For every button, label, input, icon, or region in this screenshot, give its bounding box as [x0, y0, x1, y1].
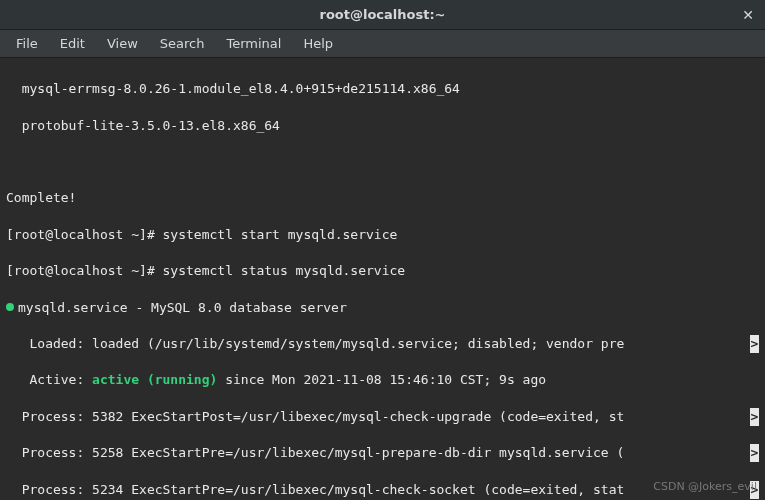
window-title: root@localhost:~ [319, 7, 445, 22]
menu-search[interactable]: Search [150, 32, 215, 55]
term-line: Process: 5258 ExecStartPre=/usr/libexec/… [6, 444, 759, 462]
term-text: Loaded: loaded (/usr/lib/systemd/system/… [6, 336, 624, 351]
continuation-icon: > [750, 335, 759, 353]
term-text: Process: 5258 ExecStartPre=/usr/libexec/… [6, 445, 624, 460]
term-text: Process: 5382 ExecStartPost=/usr/libexec… [6, 409, 624, 424]
menu-terminal[interactable]: Terminal [216, 32, 291, 55]
continuation-icon: > [750, 408, 759, 426]
watermark: CSDN @Jokers_evil [653, 478, 757, 496]
continuation-icon: > [750, 444, 759, 462]
terminal-output[interactable]: mysql-errmsg-8.0.26-1.module_el8.4.0+915… [0, 58, 765, 500]
term-text: since Mon 2021-11-08 15:46:10 CST; 9s ag… [217, 372, 546, 387]
menu-edit[interactable]: Edit [50, 32, 95, 55]
menu-file[interactable]: File [6, 32, 48, 55]
menu-help[interactable]: Help [293, 32, 343, 55]
status-active: active (running) [92, 372, 217, 387]
term-line: [root@localhost ~]# systemctl status mys… [6, 262, 759, 280]
term-line: protobuf-lite-3.5.0-13.el8.x86_64 [6, 117, 759, 135]
close-icon[interactable]: ✕ [739, 6, 757, 24]
term-line: mysql-errmsg-8.0.26-1.module_el8.4.0+915… [6, 80, 759, 98]
titlebar: root@localhost:~ ✕ [0, 0, 765, 30]
term-blank [6, 153, 759, 171]
term-line: Process: 5234 ExecStartPre=/usr/libexec/… [6, 481, 759, 499]
term-text: Process: 5234 ExecStartPre=/usr/libexec/… [6, 482, 624, 497]
menubar: File Edit View Search Terminal Help [0, 30, 765, 58]
term-line: Loaded: loaded (/usr/lib/systemd/system/… [6, 335, 759, 353]
term-line: mysqld.service - MySQL 8.0 database serv… [6, 299, 759, 317]
term-line: Complete! [6, 189, 759, 207]
term-text: mysqld.service - MySQL 8.0 database serv… [18, 300, 347, 315]
term-line: Active: active (running) since Mon 2021-… [6, 371, 759, 389]
term-line: Process: 5382 ExecStartPost=/usr/libexec… [6, 408, 759, 426]
status-dot-icon [6, 303, 14, 311]
term-line: [root@localhost ~]# systemctl start mysq… [6, 226, 759, 244]
menu-view[interactable]: View [97, 32, 148, 55]
term-text: Active: [6, 372, 92, 387]
